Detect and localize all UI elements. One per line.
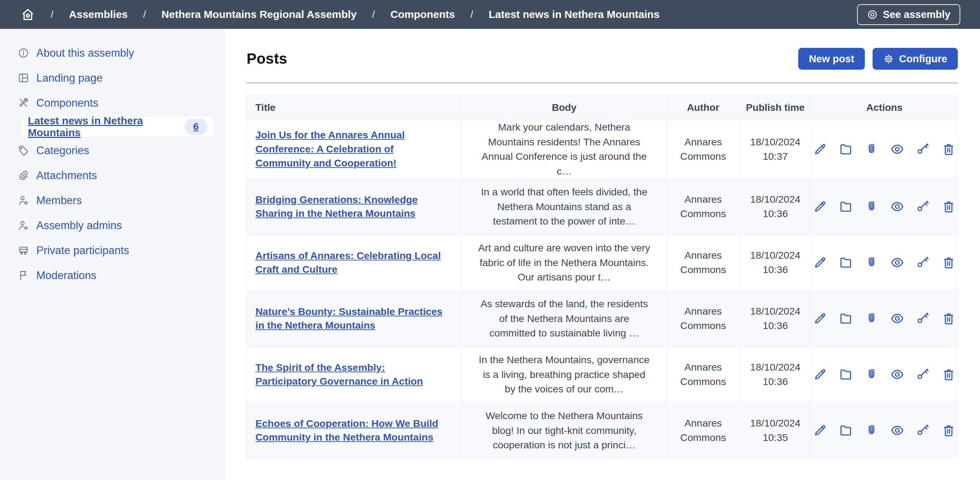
sidebar-item-label: Categories: [36, 144, 89, 157]
delete-button[interactable]: [942, 142, 956, 156]
attachments-button[interactable]: [864, 368, 878, 382]
post-title-link[interactable]: Bridging Generations: Knowledge Sharing …: [255, 194, 418, 219]
edit-button[interactable]: [813, 311, 827, 326]
new-post-button[interactable]: New post: [798, 48, 865, 70]
home-icon[interactable]: [21, 7, 35, 22]
pencil-icon: [813, 255, 827, 269]
pencil-icon: [813, 142, 827, 156]
main-content: Posts New post Configure TitleBodyAuthor…: [226, 29, 980, 480]
sidebar-item-members[interactable]: Members: [0, 188, 226, 213]
edit-button[interactable]: [813, 142, 827, 156]
trash-icon: [942, 311, 956, 326]
sidebar-item-moderations[interactable]: Moderations: [0, 263, 226, 288]
publish-time: 10:36: [745, 207, 806, 221]
breadcrumb-separator: /: [143, 9, 146, 20]
row-actions: [811, 200, 958, 214]
post-title-link[interactable]: Echoes of Cooperation: How We Build Comm…: [255, 418, 438, 443]
posts-table: TitleBodyAuthorPublish timeActions Join …: [247, 95, 958, 459]
preview-button[interactable]: [890, 423, 904, 437]
see-assembly-button[interactable]: See assembly: [857, 4, 960, 25]
folder-button[interactable]: [839, 368, 853, 382]
eye-icon: [890, 142, 904, 156]
publish-date: 18/10/2024: [745, 416, 806, 430]
tools-icon: [18, 97, 29, 109]
sidebar-item-landing-page[interactable]: Landing page: [0, 65, 226, 90]
post-title-link[interactable]: Nature’s Bounty: Sustainable Practices i…: [255, 306, 442, 331]
permissions-button[interactable]: [916, 200, 930, 214]
paperclip-u-icon: [864, 423, 878, 437]
user-gear-icon: [18, 195, 29, 206]
breadcrumb-item[interactable]: Components: [390, 8, 455, 21]
attachments-button[interactable]: [864, 255, 878, 269]
sidebar-item-assembly-admins[interactable]: Assembly admins: [0, 213, 226, 238]
attachments-button[interactable]: [864, 423, 878, 437]
sidebar-item-attachments[interactable]: Attachments: [0, 163, 226, 188]
edit-button[interactable]: [813, 368, 827, 382]
column-header-actions: Actions: [811, 95, 958, 120]
sidebar-item-components[interactable]: Components: [0, 90, 226, 116]
post-body-excerpt: Mark your calendars, Nethera Mountains r…: [461, 120, 667, 179]
publish-time: 10:35: [745, 430, 806, 445]
sidebar-subitem-label: Latest news in Nethera Mountains: [28, 115, 185, 139]
edit-button[interactable]: [813, 200, 827, 214]
permissions-button[interactable]: [916, 142, 930, 156]
admin-topbar: /Assemblies/Nethera Mountains Regional A…: [0, 0, 980, 29]
paperclip-u-icon: [864, 311, 878, 326]
preview-button[interactable]: [890, 255, 904, 269]
folder-button[interactable]: [839, 423, 853, 437]
sidebar-item-label: Components: [36, 97, 98, 109]
sidebar-item-label: Members: [36, 194, 82, 207]
delete-button[interactable]: [942, 368, 956, 382]
folder-button[interactable]: [839, 142, 853, 156]
folder-icon: [839, 368, 853, 382]
sidebar-subitem-latest-news-in-nethera-mountains[interactable]: Latest news in Nethera Mountains6: [22, 117, 213, 136]
post-title-link[interactable]: Artisans of Annares: Celebrating Local C…: [255, 250, 441, 275]
publish-time: 10:36: [745, 374, 806, 389]
pencil-icon: [813, 200, 827, 214]
delete-button[interactable]: [942, 255, 956, 269]
sidebar-item-categories[interactable]: Categories: [0, 138, 226, 163]
row-actions: [811, 368, 958, 382]
breadcrumb-separator: /: [372, 9, 375, 20]
preview-button[interactable]: [890, 200, 904, 214]
post-title-link[interactable]: The Spirit of the Assembly: Participator…: [255, 362, 423, 387]
attachments-button[interactable]: [864, 311, 878, 326]
pencil-icon: [813, 423, 827, 437]
attachments-button[interactable]: [864, 200, 878, 214]
post-author: Annares Commons: [667, 120, 740, 179]
permissions-button[interactable]: [916, 368, 930, 382]
preview-button[interactable]: [890, 368, 904, 382]
paperclip-u-icon: [864, 255, 878, 269]
permissions-button[interactable]: [916, 423, 930, 437]
eye-icon: [890, 200, 904, 214]
paperclip-u-icon: [864, 142, 878, 156]
delete-button[interactable]: [942, 423, 956, 437]
post-body-excerpt: As stewards of the land, the residents o…: [461, 291, 667, 347]
permissions-button[interactable]: [916, 255, 930, 269]
sidebar-item-label: Private participants: [36, 244, 129, 257]
delete-button[interactable]: [942, 311, 956, 326]
breadcrumb-item[interactable]: Assemblies: [69, 8, 128, 21]
attachments-button[interactable]: [864, 142, 878, 156]
breadcrumb-item[interactable]: Nethera Mountains Regional Assembly: [161, 8, 356, 21]
folder-button[interactable]: [839, 200, 853, 214]
sidebar-item-about-this-assembly[interactable]: About this assembly: [0, 40, 226, 65]
key-icon: [916, 142, 930, 156]
sidebar-item-private-participants[interactable]: Private participants: [0, 238, 226, 263]
publish-date: 18/10/2024: [745, 304, 806, 318]
folder-button[interactable]: [839, 255, 853, 269]
paperclip-icon: [18, 170, 29, 181]
column-header-author: Author: [667, 95, 740, 120]
configure-button[interactable]: Configure: [873, 48, 958, 70]
preview-button[interactable]: [890, 142, 904, 156]
edit-button[interactable]: [813, 255, 827, 269]
post-title-link[interactable]: Join Us for the Annares Annual Conferenc…: [255, 129, 405, 169]
folder-button[interactable]: [839, 311, 853, 326]
preview-button[interactable]: [890, 311, 904, 326]
permissions-button[interactable]: [916, 311, 930, 326]
column-header-publish-time: Publish time: [740, 95, 811, 120]
count-badge[interactable]: 6: [185, 119, 207, 135]
folder-icon: [839, 311, 853, 326]
delete-button[interactable]: [942, 200, 956, 214]
edit-button[interactable]: [813, 423, 827, 437]
